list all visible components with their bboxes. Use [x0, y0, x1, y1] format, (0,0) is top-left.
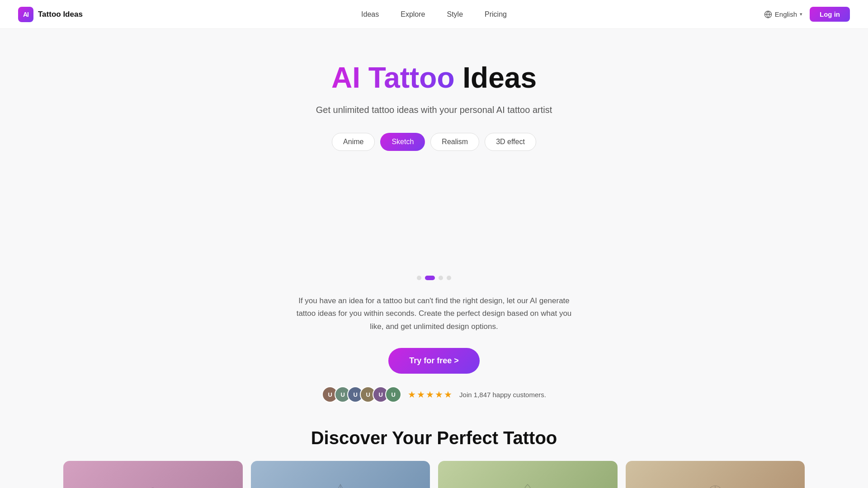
globe-icon [764, 10, 772, 19]
hero-title: AI Tattoo Ideas [331, 61, 537, 95]
discover-card-2[interactable] [251, 461, 430, 488]
carousel-dot-4[interactable] [447, 276, 451, 280]
tattoo-sketch-icon-4 [702, 479, 729, 488]
discover-card-1[interactable] [63, 461, 243, 488]
pill-realism[interactable]: Realism [430, 133, 479, 151]
chevron-down-icon: ▾ [800, 11, 802, 17]
language-label: English [775, 10, 797, 18]
main-content: AI Tattoo Ideas Get unlimited tattoo ide… [0, 29, 868, 488]
hero-section: AI Tattoo Ideas Get unlimited tattoo ide… [0, 29, 868, 488]
discover-card-4[interactable] [626, 461, 805, 488]
language-button[interactable]: English ▾ [764, 10, 802, 19]
logo-text: Tattoo Ideas [38, 10, 83, 19]
social-proof: U U U U U U ★★★★★ Join 1,847 happy custo… [322, 386, 546, 403]
hero-title-gradient: AI Tattoo [331, 61, 455, 94]
nav-item-ideas[interactable]: Ideas [361, 10, 379, 19]
nav-item-explore[interactable]: Explore [401, 10, 425, 19]
description-block: If you have an idea for a tattoo but can… [289, 295, 579, 334]
carousel-dots [417, 276, 451, 280]
social-proof-text: Join 1,847 happy customers. [459, 391, 546, 399]
description-text: If you have an idea for a tattoo but can… [289, 295, 579, 334]
carousel-area [231, 167, 637, 267]
discover-grid [63, 461, 805, 488]
header: AI Tattoo Ideas Ideas Explore Style Pric… [0, 0, 868, 29]
header-right: English ▾ Log in [764, 7, 850, 22]
hero-subtitle: Get unlimited tattoo ideas with your per… [316, 103, 552, 117]
nav-item-pricing[interactable]: Pricing [485, 10, 507, 19]
tattoo-sketch-icon-1 [139, 479, 166, 488]
carousel-dot-1[interactable] [417, 276, 421, 280]
main-nav: Ideas Explore Style Pricing [361, 10, 507, 19]
discover-section: Discover Your Perfect Tattoo [0, 428, 868, 488]
pill-anime[interactable]: Anime [332, 133, 375, 151]
avatar-group: U U U U U U [322, 386, 401, 403]
carousel-dot-2[interactable] [425, 276, 435, 280]
carousel-dot-3[interactable] [439, 276, 443, 280]
logo-icon: AI [18, 7, 33, 22]
discover-card-3[interactable] [438, 461, 618, 488]
tattoo-sketch-icon-2 [327, 479, 354, 488]
hero-title-plain: Ideas [462, 61, 537, 94]
try-for-free-button[interactable]: Try for free > [388, 348, 480, 374]
discover-title: Discover Your Perfect Tattoo [63, 428, 805, 448]
logo-area: AI Tattoo Ideas [18, 7, 83, 22]
pill-3d-effect[interactable]: 3D effect [485, 133, 536, 151]
tattoo-sketch-icon-3 [514, 479, 541, 488]
pill-sketch[interactable]: Sketch [380, 133, 425, 151]
star-rating: ★★★★★ [408, 389, 453, 400]
avatar-6: U [385, 386, 401, 403]
style-pills: Anime Sketch Realism 3D effect [332, 133, 536, 151]
nav-item-style[interactable]: Style [447, 10, 463, 19]
login-button[interactable]: Log in [810, 7, 850, 22]
